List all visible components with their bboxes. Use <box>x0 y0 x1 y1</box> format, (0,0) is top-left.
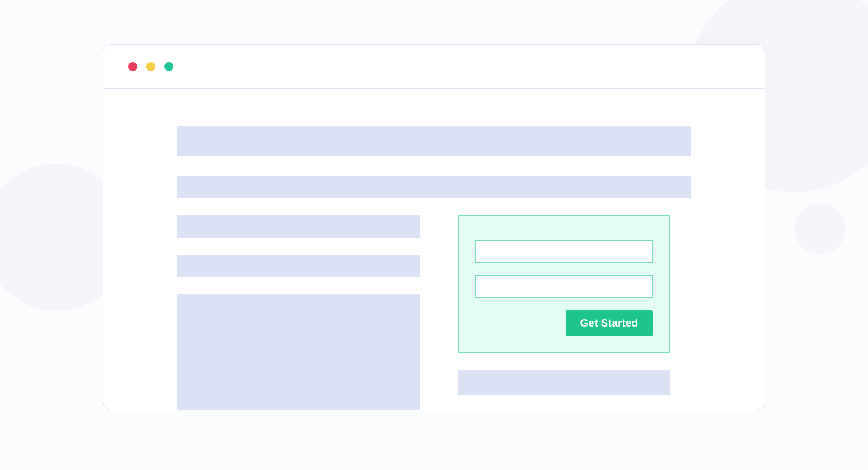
content-placeholder-row <box>177 176 691 198</box>
content-placeholder-block <box>177 294 420 410</box>
form-button-row: Get Started <box>475 310 653 336</box>
right-column: Get Started <box>458 215 670 395</box>
signup-form-panel: Get Started <box>458 215 670 353</box>
content-placeholder-bar <box>177 255 420 277</box>
window-close-dot[interactable] <box>128 62 137 71</box>
get-started-button[interactable]: Get Started <box>566 310 653 336</box>
window-titlebar <box>103 45 765 89</box>
content-placeholder-bar <box>177 215 420 238</box>
left-column <box>177 215 420 410</box>
decorative-circle-small <box>795 203 845 254</box>
form-input-1[interactable] <box>475 240 653 263</box>
browser-window: Get Started <box>103 44 765 410</box>
form-input-2[interactable] <box>475 275 653 298</box>
two-column-layout: Get Started <box>177 215 691 410</box>
page-content: Get Started <box>103 89 765 410</box>
content-placeholder-bar <box>458 370 670 395</box>
content-placeholder-row <box>177 126 691 156</box>
window-minimize-dot[interactable] <box>146 62 155 71</box>
window-maximize-dot[interactable] <box>164 62 173 71</box>
